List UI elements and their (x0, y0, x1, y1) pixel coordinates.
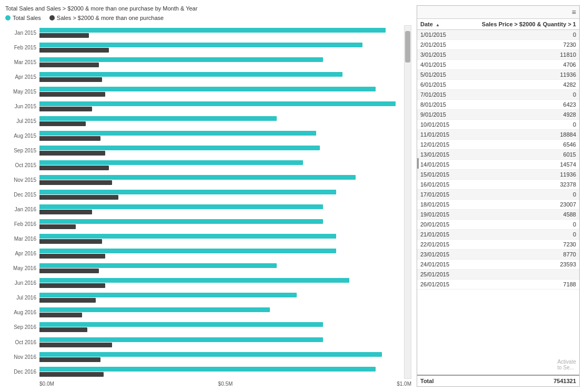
cell-date: 9/01/2015 (420, 111, 473, 118)
cell-date: 12/01/2015 (420, 141, 473, 148)
cell-value: 0 (473, 32, 576, 38)
table-row: 11/01/201518884 (417, 130, 579, 140)
bar-dark (39, 210, 92, 214)
cell-value: 0 (473, 191, 576, 198)
bar-teal (39, 367, 376, 372)
cell-date: 13/01/2015 (420, 151, 473, 158)
table-row: 3/01/201511810 (417, 50, 579, 60)
bar-group (39, 352, 402, 363)
bar-teal (39, 249, 336, 253)
cell-value: 7230 (473, 42, 576, 48)
bar-teal (39, 190, 336, 194)
cell-date: 3/01/2015 (420, 51, 473, 58)
total-label: Total (420, 378, 473, 384)
bar-dark (39, 151, 105, 156)
col-date-header[interactable]: Date ▲ (420, 21, 473, 27)
bar-teal (39, 278, 349, 283)
bar-row: Apr 2015 (5, 69, 402, 84)
bar-group (39, 116, 402, 127)
table-row: 2/01/20157230 (417, 40, 579, 50)
table-row: 14/01/201514574 (417, 160, 579, 170)
bar-group (39, 189, 402, 200)
bar-teal (39, 146, 320, 150)
table-menu-icon[interactable]: ≡ (572, 8, 576, 16)
table-row: 16/01/201532378 (417, 180, 579, 190)
bar-dark (39, 180, 112, 185)
x-axis: $0.0M $0.5M $1.0M (5, 381, 411, 387)
bar-teal (39, 322, 323, 327)
table-row: 10/01/20150 (417, 120, 579, 130)
bar-dark (39, 166, 109, 170)
bar-label: Feb 2015 (5, 45, 39, 50)
bar-group (39, 263, 402, 274)
cell-value: 23007 (473, 201, 576, 208)
bar-label: Apr 2015 (5, 74, 39, 80)
cell-date: 18/01/2015 (420, 201, 473, 208)
bar-row: Oct 2015 (5, 158, 402, 172)
bar-group (39, 307, 402, 318)
bar-row: Sep 2016 (5, 320, 402, 335)
chart-scrollbar[interactable] (404, 25, 411, 379)
bar-teal (39, 204, 323, 209)
bar-teal (39, 293, 297, 297)
bar-dark (39, 136, 100, 141)
bar-teal (39, 307, 270, 312)
table-row: 13/01/20156015 (417, 150, 579, 160)
chart-area: Jan 2015Feb 2015Mar 2015Apr 2015May 2015… (5, 25, 411, 379)
legend-item-teal: Total Sales (5, 15, 41, 21)
table-col-headers: Date ▲ Sales Price > $2000 & Quantity > … (417, 19, 579, 30)
bar-dark (39, 48, 109, 53)
x-label-0: $0.0M (39, 381, 164, 387)
legend-label-teal: Total Sales (13, 15, 41, 21)
total-value: 7541321 (473, 378, 576, 384)
table-row: 5/01/201511936 (417, 70, 579, 80)
cell-value: 23593 (473, 261, 576, 267)
bar-row: Aug 2016 (5, 305, 402, 320)
chart-title: Total Sales and Sales > $2000 & more tha… (5, 5, 411, 12)
table-row: 4/01/20154706 (417, 60, 579, 70)
table-header-bar: ≡ (417, 6, 579, 19)
cell-date: 7/01/2015 (420, 91, 473, 98)
main-container: Total Sales and Sales > $2000 & more tha… (0, 0, 585, 392)
col-value-header[interactable]: Sales Price > $2000 & Quantity > 1 (473, 21, 576, 27)
table-row: 23/01/20158770 (417, 250, 579, 260)
cell-value: 14574 (473, 161, 576, 168)
scrollbar-thumb[interactable] (405, 31, 410, 63)
bar-dark (39, 269, 99, 273)
bar-group (39, 174, 402, 185)
table-body[interactable]: 1/01/201502/01/201572303/01/2015118104/0… (417, 30, 579, 375)
bar-label: Nov 2016 (5, 354, 39, 360)
bar-teal (39, 131, 316, 136)
bar-teal (39, 263, 277, 268)
bar-row: Dec 2015 (5, 188, 402, 202)
cell-value: 8770 (473, 251, 576, 257)
cell-value: 0 (473, 91, 576, 98)
cell-value: 0 (473, 121, 576, 128)
bar-teal (39, 43, 362, 47)
bar-group (39, 145, 402, 156)
cell-date: 15/01/2015 (420, 171, 473, 178)
bar-row: Jan 2016 (5, 202, 402, 217)
table-row: 12/01/20156546 (417, 140, 579, 150)
table-row: 8/01/20156423 (417, 100, 579, 110)
bar-label: Jun 2016 (5, 280, 39, 286)
bar-dark (39, 63, 99, 67)
cell-date: 2/01/2015 (420, 42, 473, 48)
bar-label: Sep 2016 (5, 324, 39, 330)
bar-label: Nov 2015 (5, 177, 39, 183)
bar-row: Nov 2016 (5, 349, 402, 364)
bar-row: Mar 2015 (5, 55, 402, 69)
cell-date: 1/01/2015 (420, 32, 473, 38)
cell-value: 11936 (473, 171, 576, 178)
date-sort-arrow: ▲ (436, 23, 440, 27)
cell-date: 20/01/2015 (420, 221, 473, 228)
bar-dark (39, 327, 87, 332)
bar-row: Feb 2016 (5, 217, 402, 232)
cell-value: 4588 (473, 211, 576, 218)
bar-group (39, 160, 402, 171)
bar-label: Mar 2015 (5, 59, 39, 65)
bar-dark (39, 343, 112, 347)
bar-group (39, 130, 402, 141)
bar-group (39, 322, 402, 333)
cell-value: 4282 (473, 81, 576, 88)
